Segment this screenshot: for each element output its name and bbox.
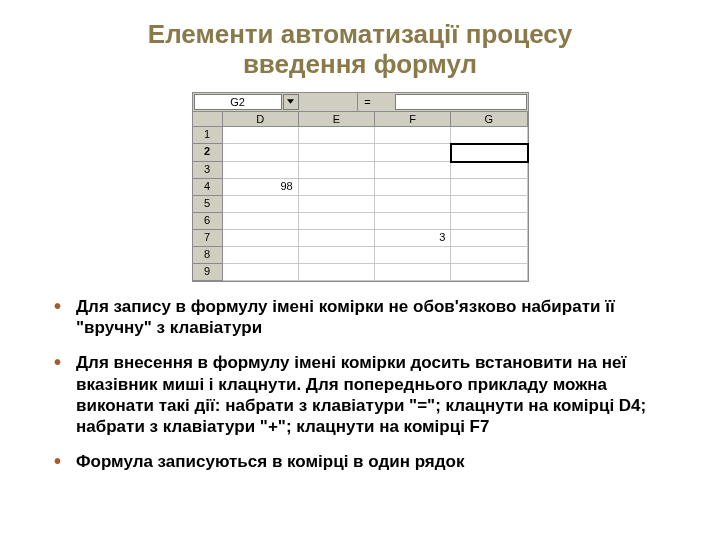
- cell-G9[interactable]: [451, 264, 527, 281]
- slide-title: Елементи автоматизації процесу введення …: [36, 20, 684, 80]
- cell-D4[interactable]: 98: [223, 179, 299, 196]
- name-box[interactable]: G2: [194, 94, 282, 110]
- cell-F8[interactable]: [375, 247, 451, 264]
- title-line-2: введення формул: [243, 49, 477, 79]
- cell-E5[interactable]: [299, 196, 375, 213]
- cell-E2[interactable]: [299, 144, 375, 162]
- cell-F9[interactable]: [375, 264, 451, 281]
- spreadsheet-grid: D E F G 1 2 3 4 98 5 6 7: [193, 112, 528, 281]
- cell-E9[interactable]: [299, 264, 375, 281]
- cell-G5[interactable]: [451, 196, 527, 213]
- cell-E7[interactable]: [299, 230, 375, 247]
- cell-G1[interactable]: [451, 127, 527, 144]
- cell-E4[interactable]: [299, 179, 375, 196]
- cell-D9[interactable]: [223, 264, 299, 281]
- formula-bar-row: G2 =: [193, 93, 528, 112]
- bullet-item: Формула записуються в комірці в один ряд…: [54, 451, 678, 472]
- chevron-down-icon: [287, 99, 294, 104]
- cell-D8[interactable]: [223, 247, 299, 264]
- bullet-item: Для запису в формулу імені комірки не об…: [54, 296, 678, 339]
- select-all-corner[interactable]: [193, 112, 223, 127]
- cell-D2[interactable]: [223, 144, 299, 162]
- cell-E8[interactable]: [299, 247, 375, 264]
- bullet-item: Для внесення в формулу імені комірки дос…: [54, 352, 678, 437]
- row-header[interactable]: 9: [193, 264, 223, 281]
- col-header[interactable]: F: [375, 112, 451, 127]
- name-box-dropdown[interactable]: [283, 94, 299, 110]
- excel-screenshot: G2 = D E F G 1 2 3 4 98 5: [192, 92, 529, 282]
- cell-D3[interactable]: [223, 162, 299, 179]
- cell-D7[interactable]: [223, 230, 299, 247]
- bullet-list: Для запису в формулу імені комірки не об…: [36, 296, 684, 473]
- cell-G3[interactable]: [451, 162, 527, 179]
- cell-F5[interactable]: [375, 196, 451, 213]
- cell-F3[interactable]: [375, 162, 451, 179]
- cell-D6[interactable]: [223, 213, 299, 230]
- cell-E3[interactable]: [299, 162, 375, 179]
- row-header[interactable]: 5: [193, 196, 223, 213]
- cell-F2[interactable]: [375, 144, 451, 162]
- cell-F6[interactable]: [375, 213, 451, 230]
- cell-G7[interactable]: [451, 230, 527, 247]
- row-header[interactable]: 3: [193, 162, 223, 179]
- col-header[interactable]: D: [223, 112, 299, 127]
- col-header[interactable]: E: [299, 112, 375, 127]
- toolbar-gap: [299, 93, 358, 111]
- cell-F7[interactable]: 3: [375, 230, 451, 247]
- cell-G6[interactable]: [451, 213, 527, 230]
- cell-G8[interactable]: [451, 247, 527, 264]
- cell-E6[interactable]: [299, 213, 375, 230]
- cell-F1[interactable]: [375, 127, 451, 144]
- col-header[interactable]: G: [451, 112, 527, 127]
- row-header[interactable]: 8: [193, 247, 223, 264]
- row-header[interactable]: 7: [193, 230, 223, 247]
- cell-G2[interactable]: [450, 143, 528, 163]
- cell-G4[interactable]: [451, 179, 527, 196]
- cell-D1[interactable]: [223, 127, 299, 144]
- cell-D5[interactable]: [223, 196, 299, 213]
- row-header[interactable]: 1: [193, 127, 223, 144]
- title-line-1: Елементи автоматизації процесу: [148, 19, 572, 49]
- row-header[interactable]: 2: [193, 144, 223, 162]
- row-header[interactable]: 6: [193, 213, 223, 230]
- cell-F4[interactable]: [375, 179, 451, 196]
- formula-input[interactable]: [395, 94, 526, 110]
- row-header[interactable]: 4: [193, 179, 223, 196]
- formula-equals[interactable]: =: [357, 93, 394, 111]
- cell-E1[interactable]: [299, 127, 375, 144]
